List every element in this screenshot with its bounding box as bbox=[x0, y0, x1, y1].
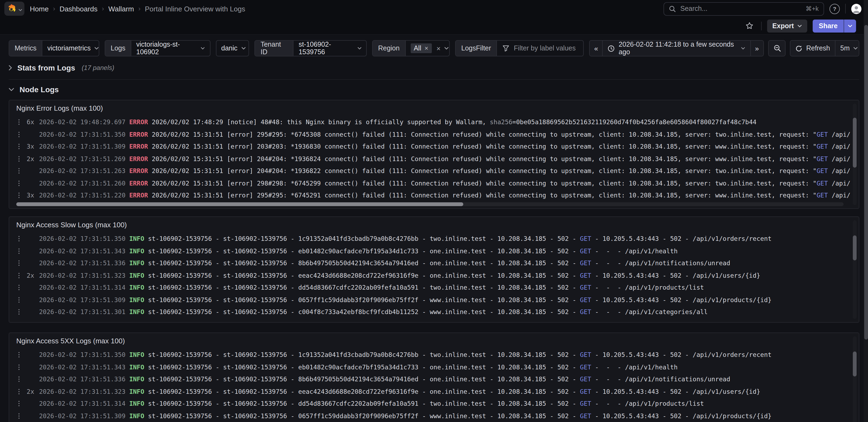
log-row[interactable]: 2x2026-02-02 17:31:51.323 INFO st-106902… bbox=[9, 385, 859, 398]
refresh-button[interactable]: Refresh bbox=[790, 41, 835, 56]
variable-metrics-value[interactable]: victoriametrics bbox=[42, 41, 99, 56]
row-menu-icon[interactable] bbox=[17, 297, 21, 303]
log-row[interactable]: 2026-02-02 17:31:51.336 INFO st-106902-1… bbox=[9, 373, 859, 385]
breadcrumb-home[interactable]: Home bbox=[30, 5, 49, 13]
row-menu-icon[interactable] bbox=[17, 352, 21, 358]
region-chip-label: All bbox=[414, 44, 421, 52]
scrollbar-thumb[interactable] bbox=[853, 352, 857, 377]
dashboard-actions-row: Export Share bbox=[0, 18, 868, 35]
zoom-out-button[interactable] bbox=[769, 41, 786, 56]
time-range-picker[interactable]: 2026-02-02 11:42:18 to a few seconds ago bbox=[602, 41, 750, 56]
row-menu-icon[interactable] bbox=[17, 401, 21, 407]
user-avatar[interactable] bbox=[851, 3, 862, 14]
search-input[interactable]: Search... ⌘+k bbox=[663, 2, 824, 15]
variable-region-value[interactable]: All × × bbox=[405, 41, 450, 56]
variable-logsfilter: LogsFilter Filter by label values bbox=[456, 40, 584, 56]
log-row[interactable]: 2026-02-02 17:31:51.336 INFO st-106902-1… bbox=[9, 257, 859, 269]
variable-node-selected: danic bbox=[221, 44, 238, 52]
time-shift-back-button[interactable]: « bbox=[590, 41, 602, 56]
region-clear-icon[interactable]: × bbox=[436, 44, 440, 52]
row-menu-icon[interactable] bbox=[17, 413, 21, 419]
row-menu-icon[interactable] bbox=[17, 168, 21, 174]
log-row[interactable]: 2026-02-02 17:31:51.343 INFO st-106902-1… bbox=[9, 245, 859, 257]
log-row[interactable]: 2026-02-02 17:31:51.350 INFO st-106902-1… bbox=[9, 349, 859, 361]
log-level-badge: ERROR bbox=[129, 180, 148, 187]
log-timestamp: 2026-02-02 19:48:29.697 bbox=[39, 119, 126, 126]
row-stats-from-logs[interactable]: Stats from Logs (17 panels) bbox=[9, 62, 859, 80]
log-row[interactable]: 2026-02-02 17:31:51.309 INFO st-106902-1… bbox=[9, 410, 859, 422]
log-row[interactable]: 2026-02-02 17:31:51.260 ERROR 2026/02/02… bbox=[9, 177, 859, 189]
row-node-logs[interactable]: Node Logs bbox=[9, 84, 859, 95]
log-row[interactable]: 2026-02-02 17:31:51.314 INFO st-106902-1… bbox=[9, 282, 859, 294]
panel-title[interactable]: Nginx Error Logs (max 100) bbox=[9, 100, 859, 112]
refresh-interval-dropdown[interactable]: 5m bbox=[835, 41, 859, 56]
row-menu-icon[interactable] bbox=[17, 193, 21, 198]
log-row[interactable]: 2026-02-02 17:31:51.343 INFO st-106902-1… bbox=[9, 361, 859, 373]
row-menu-icon[interactable] bbox=[17, 310, 21, 315]
dedup-count: 2x bbox=[21, 388, 34, 395]
page-scrollbar[interactable] bbox=[864, 0, 868, 422]
row-menu-icon[interactable] bbox=[17, 273, 21, 278]
row-menu-icon[interactable] bbox=[17, 285, 21, 290]
log-level-badge: INFO bbox=[129, 400, 144, 408]
variable-tenant-value[interactable]: st-106902-1539756 bbox=[294, 41, 366, 56]
horizontal-scrollbar[interactable] bbox=[16, 202, 844, 206]
export-label: Export bbox=[772, 22, 794, 30]
log-timestamp: 2026-02-02 17:31:51.269 bbox=[39, 155, 126, 163]
variable-tenant-selected: st-106902-1539756 bbox=[299, 41, 353, 56]
refresh-group: Refresh 5m bbox=[790, 40, 859, 56]
row-menu-icon[interactable] bbox=[17, 249, 21, 254]
breadcrumb: Home › Dashboards › Wallarm › Portal Inl… bbox=[30, 5, 245, 13]
row-menu-icon[interactable] bbox=[17, 389, 21, 394]
region-chip-all[interactable]: All × bbox=[410, 43, 432, 53]
logsfilter-input[interactable]: Filter by label values bbox=[497, 41, 583, 56]
panel-title[interactable]: Nginx Access 5XX Logs (max 100) bbox=[9, 333, 859, 345]
help-button[interactable]: ? bbox=[830, 3, 840, 14]
log-row[interactable]: 3x2026-02-02 17:31:51.309 ERROR 2026/02/… bbox=[9, 140, 859, 153]
scrollbar-thumb[interactable] bbox=[16, 202, 463, 206]
region-chip-remove-icon[interactable]: × bbox=[425, 44, 428, 52]
log-row[interactable]: 2026-02-02 17:31:51.350 INFO st-106902-1… bbox=[9, 233, 859, 245]
variable-node-value[interactable]: danic bbox=[216, 41, 249, 56]
star-button[interactable] bbox=[744, 20, 755, 32]
log-list: 6x2026-02-02 19:48:29.697 ERROR 2026/02/… bbox=[9, 116, 859, 201]
vertical-scrollbar[interactable] bbox=[853, 220, 857, 319]
scrollbar-thumb[interactable] bbox=[853, 235, 857, 260]
log-row[interactable]: 3x2026-02-02 17:31:51.220 ERROR 2026/02/… bbox=[9, 189, 859, 201]
log-row[interactable]: 2026-02-02 17:31:51.314 INFO st-106902-1… bbox=[9, 398, 859, 410]
time-shift-forward-button[interactable]: » bbox=[750, 41, 763, 56]
log-line-text: 2026-02-02 17:31:51.309 ERROR 2026/02/02… bbox=[39, 143, 859, 151]
row-menu-icon[interactable] bbox=[17, 144, 21, 150]
breadcrumb-dashboards[interactable]: Dashboards bbox=[59, 5, 97, 13]
row-menu-icon[interactable] bbox=[17, 132, 21, 137]
row-menu-icon[interactable] bbox=[17, 181, 21, 186]
breadcrumb-folder[interactable]: Wallarm bbox=[108, 5, 134, 13]
row-menu-icon[interactable] bbox=[17, 156, 21, 162]
scrollbar-thumb[interactable] bbox=[864, 25, 868, 339]
log-level-badge: INFO bbox=[129, 412, 144, 420]
share-dropdown-button[interactable] bbox=[844, 19, 856, 32]
log-row[interactable]: 2x2026-02-02 17:31:51.269 ERROR 2026/02/… bbox=[9, 153, 859, 165]
share-button[interactable]: Share bbox=[813, 19, 844, 32]
log-row[interactable]: 2026-02-02 17:31:51.263 ERROR 2026/02/02… bbox=[9, 165, 859, 177]
log-row[interactable]: 2026-02-02 17:31:51.350 ERROR 2026/02/02… bbox=[9, 128, 859, 140]
log-row[interactable]: 2026-02-02 17:31:51.301 INFO st-106902-1… bbox=[9, 306, 859, 318]
scrollbar-thumb[interactable] bbox=[853, 118, 857, 168]
log-level-badge: ERROR bbox=[129, 167, 148, 175]
log-line-text: 2026-02-02 17:31:51.336 INFO st-106902-1… bbox=[39, 376, 859, 383]
variable-logs-value[interactable]: victorialogs-st-106902 bbox=[131, 41, 210, 56]
log-row[interactable]: 2026-02-02 17:31:51.309 INFO st-106902-1… bbox=[9, 294, 859, 306]
vertical-scrollbar[interactable] bbox=[853, 336, 857, 422]
row-menu-icon[interactable] bbox=[17, 236, 21, 241]
vertical-scrollbar[interactable] bbox=[853, 104, 857, 205]
row-menu-icon[interactable] bbox=[17, 364, 21, 370]
org-switcher-button[interactable] bbox=[4, 2, 24, 16]
log-row[interactable]: 2x2026-02-02 17:31:51.323 INFO st-106902… bbox=[9, 269, 859, 282]
row-menu-icon[interactable] bbox=[17, 377, 21, 382]
panel-title[interactable]: Nginx Access Slow Logs (max 100) bbox=[9, 217, 859, 229]
row-menu-icon[interactable] bbox=[17, 261, 21, 266]
export-button[interactable]: Export bbox=[767, 19, 807, 32]
chevron-right-icon bbox=[9, 65, 12, 70]
log-row[interactable]: 6x2026-02-02 19:48:29.697 ERROR 2026/02/… bbox=[9, 116, 859, 128]
row-menu-icon[interactable] bbox=[17, 120, 21, 125]
